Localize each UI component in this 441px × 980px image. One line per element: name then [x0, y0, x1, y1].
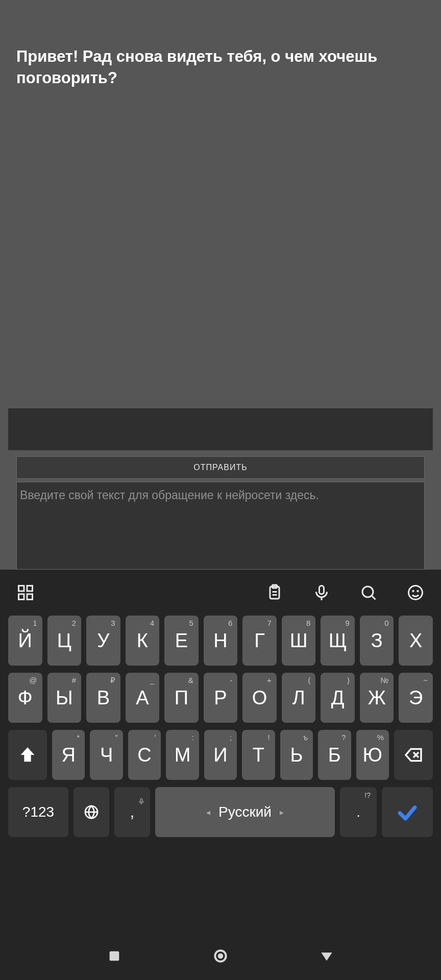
key-main: Х	[409, 630, 422, 652]
key-letter[interactable]: )Д	[321, 673, 355, 723]
mic-icon[interactable]	[311, 582, 332, 603]
message-input[interactable]: Введите свой текст для обращение к нейро…	[16, 482, 425, 570]
key-letter[interactable]: 3У	[86, 616, 120, 666]
key-letter[interactable]: @Ф	[8, 673, 42, 723]
keyboard-row-1: 1Й 2Ц 3У 4К 5Е 6Н 7Г 8Ш 9Щ 0З Х	[8, 616, 433, 666]
key-main: Щ	[329, 630, 347, 652]
key-super: 5	[189, 619, 193, 627]
shift-key[interactable]	[8, 730, 47, 780]
key-letter[interactable]: 0З	[360, 616, 394, 666]
key-main: М	[175, 744, 191, 766]
key-main: Б	[328, 744, 341, 766]
key-letter[interactable]: ;И	[204, 730, 237, 780]
svg-point-14	[418, 591, 419, 592]
key-main: Л	[292, 687, 305, 709]
key-letter[interactable]: Х	[399, 616, 433, 666]
key-super: (	[308, 676, 310, 684]
chevron-right-icon: ▸	[280, 807, 284, 817]
key-main: Ф	[18, 687, 33, 709]
key-super: 9	[346, 619, 350, 627]
chevron-left-icon: ◂	[206, 807, 210, 817]
key-letter[interactable]: &П	[164, 673, 199, 723]
svg-rect-0	[19, 586, 24, 592]
key-main: Ю	[363, 744, 382, 766]
keyboard-rows: 1Й 2Ц 3У 4К 5Е 6Н 7Г 8Ш 9Щ 0З Х @Ф #Ы ₽В…	[0, 616, 441, 934]
key-super: -	[230, 676, 232, 684]
key-letter[interactable]: _А	[126, 673, 160, 723]
key-letter[interactable]: (Л	[282, 673, 316, 723]
key-letter[interactable]: 5Е	[164, 616, 199, 666]
enter-key[interactable]	[382, 787, 433, 837]
key-letter[interactable]: ₽В	[86, 673, 120, 723]
key-super: 7	[267, 619, 271, 627]
key-super: @	[29, 676, 37, 684]
key-letter[interactable]: ~Э	[399, 673, 433, 723]
key-main: К	[137, 630, 148, 652]
mic-mini-icon	[138, 791, 145, 798]
comma-label: ,	[130, 803, 134, 821]
recent-apps-button[interactable]	[106, 948, 122, 966]
key-letter[interactable]: 1Й	[8, 616, 42, 666]
emoji-icon[interactable]	[405, 582, 426, 603]
backspace-key[interactable]	[394, 730, 433, 780]
send-button[interactable]: ОТПРАВИТЬ	[16, 456, 425, 479]
key-super: ~	[423, 676, 428, 684]
comma-key[interactable]: ,	[114, 787, 150, 837]
spacebar[interactable]: ◂ Русский ▸	[155, 787, 335, 837]
key-letter[interactable]: ?Б	[318, 730, 351, 780]
key-letter[interactable]: %Ю	[356, 730, 389, 780]
key-letter[interactable]: 'С	[128, 730, 161, 780]
key-super: )	[347, 676, 350, 684]
numeric-switch-key[interactable]: ?123	[8, 787, 68, 837]
key-main: С	[137, 744, 151, 766]
key-super: 0	[384, 619, 388, 627]
language-switch-key[interactable]	[74, 787, 109, 837]
key-letter[interactable]: !Т	[242, 730, 275, 780]
key-letter[interactable]: ъЬ	[280, 730, 313, 780]
keyboard-row-3: *Я ''Ч 'С :М ;И !Т ъЬ ?Б %Ю	[8, 730, 433, 780]
key-main: У	[97, 630, 109, 652]
key-letter[interactable]: 9Щ	[321, 616, 355, 666]
key-super: #	[72, 676, 76, 684]
chat-area: Привет! Рад снова видеть тебя, о чем хоч…	[0, 0, 441, 408]
search-icon[interactable]	[358, 582, 379, 603]
key-letter[interactable]: ''Ч	[90, 730, 122, 780]
svg-rect-20	[110, 951, 119, 961]
key-main: Э	[409, 687, 423, 709]
send-button-label: ОТПРАВИТЬ	[193, 463, 247, 472]
back-button[interactable]	[318, 948, 335, 966]
key-super: :	[192, 733, 194, 742]
home-button[interactable]	[212, 948, 229, 966]
key-letter[interactable]: +О	[242, 673, 277, 723]
key-super: ''	[115, 733, 118, 742]
key-super: ;	[230, 733, 232, 742]
key-main: В	[97, 687, 110, 709]
key-letter[interactable]: -Р	[204, 673, 238, 723]
svg-rect-8	[320, 586, 324, 595]
key-main: Ш	[290, 630, 308, 652]
key-letter[interactable]: 8Ш	[282, 616, 316, 666]
key-main: Ь	[290, 744, 303, 766]
key-letter[interactable]: #Ы	[47, 673, 82, 723]
key-letter[interactable]: 6Н	[204, 616, 238, 666]
svg-point-22	[218, 953, 224, 959]
key-letter[interactable]: 2Ц	[47, 616, 82, 666]
key-super: ъ	[303, 733, 308, 742]
key-letter[interactable]: 7Г	[242, 616, 277, 666]
key-letter[interactable]: №Ж	[360, 673, 394, 723]
clipboard-icon[interactable]	[264, 582, 285, 603]
key-super: '	[154, 733, 156, 742]
period-key[interactable]: !? .	[340, 787, 377, 837]
key-letter[interactable]: *Я	[52, 730, 85, 780]
on-screen-keyboard: 1Й 2Ц 3У 4К 5Е 6Н 7Г 8Ш 9Щ 0З Х @Ф #Ы ₽В…	[0, 570, 441, 934]
key-letter[interactable]: 4К	[126, 616, 160, 666]
key-super: 1	[33, 619, 37, 627]
key-main: И	[213, 744, 227, 766]
key-letter[interactable]: :М	[166, 730, 199, 780]
key-main: О	[252, 687, 267, 709]
key-main: А	[136, 687, 149, 709]
key-main: Р	[214, 687, 227, 709]
message-input-placeholder: Введите свой текст для обращение к нейро…	[20, 488, 319, 502]
grid-icon[interactable]	[15, 582, 36, 603]
key-super: +	[267, 676, 272, 684]
